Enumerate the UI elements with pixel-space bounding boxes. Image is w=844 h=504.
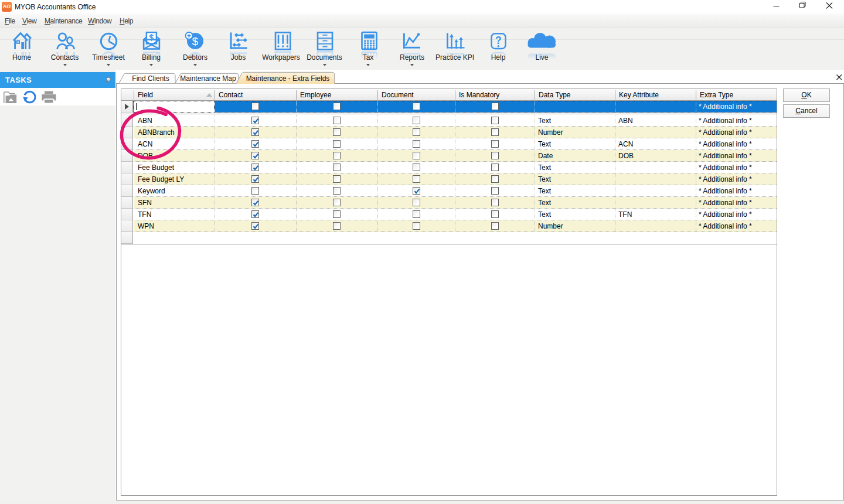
svg-text:$: $ <box>192 35 199 47</box>
svg-text:Find Clients: Find Clients <box>132 74 169 83</box>
svg-text:$: $ <box>149 33 154 42</box>
svg-text:Maintenance Map: Maintenance Map <box>180 74 236 83</box>
svg-text:Maintenance - Extra Fields: Maintenance - Extra Fields <box>246 74 330 83</box>
svg-text:?: ? <box>495 35 502 46</box>
